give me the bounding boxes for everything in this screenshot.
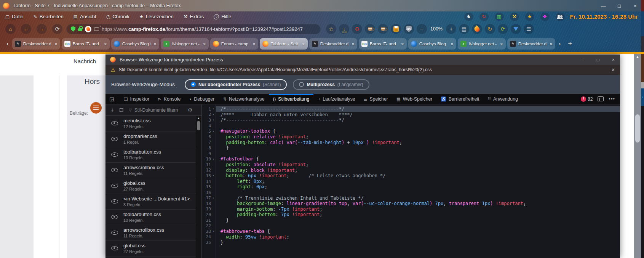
code-line[interactable]: padding-bottom: calc( var(--tab-min-heig… bbox=[216, 140, 620, 146]
editor-code-area[interactable]: /*--------------------------------------… bbox=[216, 104, 620, 258]
filter-group[interactable]: ▽ Stil-Dokumente filtern bbox=[129, 107, 178, 113]
menu-item-hilfe[interactable]: ?Hilfe bbox=[214, 14, 231, 19]
browser-tab[interactable]: GBBorns IT- und × bbox=[359, 38, 407, 50]
menu-item-lesezeichen[interactable]: ★Lesezeichen bbox=[139, 14, 174, 19]
tab-close-button[interactable]: × bbox=[451, 41, 454, 47]
code-line[interactable]: right: 0px; bbox=[216, 184, 620, 190]
code-line[interactable]: /**** Tabbar nach unten verschoben ****/ bbox=[216, 112, 620, 118]
window-maximize-button[interactable]: □ bbox=[616, 3, 623, 9]
zoom-in-button[interactable]: + bbox=[446, 24, 456, 34]
sidebar-scrollbar[interactable]: ▲ bbox=[196, 116, 201, 258]
code-line[interactable]: padding-bottom: 7px !important; bbox=[216, 212, 620, 218]
browser-tab[interactable]: ✎Deskmodder.d× bbox=[12, 38, 60, 50]
css-code-editor[interactable]: 1▾2▾3▾45▾678910▾111213▾14151617▾18192021… bbox=[202, 104, 620, 258]
browser-tab[interactable]: Forum - camp × bbox=[210, 38, 258, 50]
puzzle-icon[interactable]: ❖ bbox=[540, 13, 550, 21]
code-line[interactable]: display: block !important; bbox=[216, 168, 620, 173]
code-line[interactable]: position: absolute !important; bbox=[216, 162, 620, 168]
style-sheet-item[interactable]: arrowscrollbox.css11 Regeln. bbox=[105, 163, 196, 178]
style-sheet-item[interactable]: menulist.css12 Regeln. bbox=[105, 116, 196, 131]
visibility-eye-icon[interactable] bbox=[111, 215, 118, 219]
tab-close-button[interactable]: × bbox=[550, 41, 553, 47]
flame-button[interactable] bbox=[472, 24, 482, 34]
avatar[interactable] bbox=[90, 102, 102, 114]
reader-panel-button[interactable]: ▤ bbox=[459, 24, 469, 34]
download-button[interactable]: ↓ bbox=[339, 24, 349, 34]
window-close-button[interactable]: × bbox=[632, 3, 639, 9]
code-line[interactable]: width: 95vw !important; bbox=[216, 234, 620, 240]
forward-button[interactable]: → bbox=[37, 24, 47, 34]
tab-close-button[interactable]: × bbox=[153, 41, 157, 47]
visibility-eye-icon[interactable] bbox=[111, 152, 118, 157]
browser-tab[interactable]: ✎Deskmodder.d× bbox=[507, 38, 555, 50]
code-line[interactable]: bottom: 6px !important; /* Leiste etwas … bbox=[216, 173, 620, 179]
visibility-eye-icon[interactable] bbox=[111, 199, 118, 204]
tab-close-button[interactable]: × bbox=[104, 41, 107, 47]
options-gear-icon[interactable]: ⚙ bbox=[188, 107, 192, 113]
tab-close-button[interactable]: × bbox=[203, 41, 206, 47]
save-floppy-button[interactable] bbox=[391, 24, 401, 34]
code-line[interactable]: position: relative !important; bbox=[216, 134, 620, 140]
code-line[interactable]: } bbox=[216, 240, 620, 245]
code-line[interactable]: background-image: linear-gradient(to top… bbox=[216, 201, 620, 207]
sync-orange-button[interactable]: ↻ bbox=[485, 24, 495, 34]
style-sheet-item[interactable]: global.css27 Regeln. bbox=[105, 241, 196, 256]
error-badge[interactable]: ! 82 bbox=[581, 96, 593, 102]
ublock-shield-button[interactable]: UO bbox=[404, 24, 414, 34]
downloads-colored-button[interactable] bbox=[511, 24, 521, 34]
visibility-eye-icon[interactable] bbox=[111, 137, 118, 141]
code-line[interactable] bbox=[216, 123, 620, 129]
code-line[interactable]: /*--------------------------------------… bbox=[216, 106, 620, 112]
browser-tab-active[interactable]: Tabform - Seit× bbox=[260, 38, 308, 50]
tool-tab-application[interactable]: ⠿Anwendung bbox=[483, 94, 522, 104]
sync-red-icon[interactable]: ↻ bbox=[479, 13, 489, 21]
zoom-out-button[interactable]: − bbox=[417, 24, 427, 34]
tab-close-button[interactable]: × bbox=[302, 41, 305, 47]
code-line[interactable] bbox=[216, 190, 620, 196]
tool-tab-console[interactable]: ⊳Konsole bbox=[153, 94, 185, 104]
back-button[interactable]: ← bbox=[21, 24, 31, 34]
toolbox-minimize-button[interactable]: — bbox=[580, 57, 584, 62]
visibility-eye-icon[interactable] bbox=[111, 231, 118, 235]
sidebar-scroll-up-arrow[interactable]: ▲ bbox=[196, 117, 201, 120]
tab-close-button[interactable]: × bbox=[401, 41, 404, 47]
tracking-shield-icon[interactable] bbox=[71, 26, 75, 32]
menu-item-datei[interactable]: ▢Datei bbox=[5, 14, 24, 19]
code-line[interactable]: margin-bottom: -7px !important; bbox=[216, 207, 620, 212]
people-icon[interactable] bbox=[556, 13, 565, 21]
style-sheet-item[interactable]: toolbarbutton.css10 Regeln. bbox=[105, 147, 196, 163]
toolbox-maximize-button[interactable]: □ bbox=[597, 57, 599, 62]
tool-tab-memory[interactable]: ≣Speicher bbox=[360, 94, 392, 104]
tool-tab-network[interactable]: ⇅Netzwerkanalyse bbox=[219, 94, 268, 104]
url-bar[interactable]: https://www.camp-firefox.de/forum/thema/… bbox=[66, 24, 321, 34]
code-line[interactable] bbox=[216, 151, 620, 157]
tool-tab-style-editor[interactable]: {}Stilbearbeitung bbox=[269, 94, 314, 104]
new-tab-button[interactable]: + bbox=[564, 38, 576, 50]
tool-tab-storage[interactable]: ▤Web-Speicher bbox=[392, 94, 437, 104]
reload-button[interactable]: ⟳ bbox=[52, 24, 62, 34]
url-text[interactable]: https://www.camp-firefox.de/forum/thema/… bbox=[102, 26, 303, 32]
clipboard-icon[interactable]: ▥ bbox=[495, 13, 504, 21]
visibility-eye-icon[interactable] bbox=[111, 168, 118, 172]
style-sheet-item[interactable]: toolbarbutton.css10 Regeln. bbox=[105, 210, 196, 225]
browser-tab[interactable]: GBBorns IT- und × bbox=[62, 38, 110, 50]
browser-tab[interactable]: Caschys Blog × bbox=[408, 38, 456, 50]
tab-close-button[interactable]: × bbox=[352, 41, 355, 47]
tool-tab-performance[interactable]: ◔Laufzeitanalyse bbox=[313, 94, 359, 104]
style-sheet-item[interactable]: <in Webseite ...Dokument #1>3 Regeln. bbox=[105, 194, 196, 210]
browser-tab[interactable]: itit-blogger.net -× bbox=[458, 38, 506, 50]
scrollbar-up-arrow[interactable]: ▲ bbox=[634, 55, 641, 59]
mode-option-multiprocess[interactable]: Multiprozess (Langsamer) bbox=[293, 79, 369, 90]
menu-item-chronik[interactable]: ◷Chronik bbox=[106, 14, 129, 19]
tool-tab-inspector[interactable]: ❏Inspektor bbox=[120, 94, 153, 104]
menu-button[interactable]: ☰ bbox=[524, 24, 534, 34]
browser-tab[interactable]: Caschys Blog S× bbox=[111, 38, 159, 50]
sync-red-button[interactable]: ♻ bbox=[352, 24, 362, 34]
element-picker-button[interactable]: ◲ bbox=[105, 94, 118, 104]
visibility-eye-icon[interactable] bbox=[111, 246, 118, 250]
tab-close-button[interactable]: × bbox=[252, 41, 256, 47]
code-line[interactable]: } bbox=[216, 218, 620, 223]
page-scrollbar[interactable]: ▲ bbox=[634, 54, 641, 258]
robot-icon[interactable]: ♞ bbox=[464, 13, 473, 21]
style-sheet-item[interactable]: dropmarker.css1 Regel. bbox=[105, 131, 196, 147]
